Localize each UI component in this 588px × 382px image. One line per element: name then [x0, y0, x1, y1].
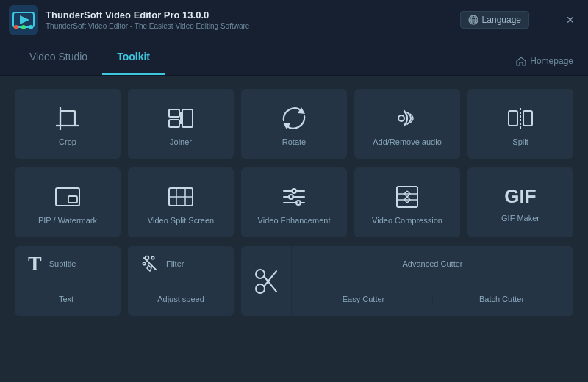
compression-tool[interactable]: Video Compression: [354, 167, 460, 237]
scissors-icon-area: [241, 246, 292, 316]
scissors-icon: [254, 267, 278, 296]
title-bar: ThunderSoft Video Editor Pro 13.0.0 Thun…: [0, 0, 588, 40]
gif-maker-tool[interactable]: GIF GIF Maker: [467, 167, 573, 237]
svg-point-3: [14, 25, 18, 29]
svg-point-34: [292, 189, 296, 193]
crop-icon: [54, 105, 81, 131]
magic-icon: [141, 255, 159, 273]
split-label: Split: [512, 137, 528, 146]
svg-point-44: [146, 256, 149, 259]
audio-icon: [394, 105, 420, 131]
pip-icon: [54, 184, 81, 210]
rotate-icon: [281, 105, 307, 131]
svg-point-48: [256, 270, 265, 278]
title-bar-text: ThunderSoft Video Editor Pro 13.0.0 Thun…: [46, 10, 460, 30]
svg-point-46: [143, 262, 146, 265]
svg-point-22: [398, 115, 404, 121]
gif-icon: GIF: [504, 185, 536, 208]
svg-point-5: [29, 25, 33, 29]
enhancement-label: Video Enhancement: [258, 216, 331, 225]
homepage-button[interactable]: Homepage: [516, 56, 573, 75]
svg-point-40: [296, 201, 301, 205]
joiner-tool[interactable]: Joiner: [128, 89, 234, 159]
language-label: Language: [482, 15, 521, 25]
svg-point-4: [21, 25, 26, 29]
adjust-speed-label: Adjust speed: [157, 295, 204, 303]
cutter-tools[interactable]: Advanced Cutter Easy Cutter Batch Cutter: [241, 246, 573, 316]
pip-label: PIP / Watermark: [38, 216, 97, 225]
app-logo: [9, 5, 38, 35]
minimize-button[interactable]: —: [537, 11, 554, 29]
svg-rect-14: [169, 109, 179, 117]
tool-row-1: Crop Joiner: [15, 89, 573, 159]
main-content: Crop Joiner: [0, 76, 588, 329]
home-icon: [516, 56, 526, 66]
compression-icon: [394, 184, 420, 210]
joiner-icon: [168, 105, 194, 131]
easy-batch-row: Easy Cutter Batch Cutter: [292, 281, 573, 316]
svg-rect-15: [169, 120, 179, 127]
window-controls: Language — ✕: [460, 11, 579, 29]
split-tool[interactable]: Split: [467, 89, 573, 159]
compression-label: Video Compression: [372, 216, 442, 225]
filter-adjust-tool[interactable]: Filter Adjust speed: [128, 246, 234, 316]
cutter-labels: Advanced Cutter Easy Cutter Batch Cutter: [292, 246, 573, 316]
homepage-label: Homepage: [530, 56, 573, 66]
batch-cutter-label: Batch Cutter: [433, 295, 570, 303]
enhancement-icon: [281, 184, 307, 210]
app-subtitle: ThunderSoft Video Editor - The Easiest V…: [46, 22, 460, 30]
split-icon: [507, 105, 534, 131]
text-label: Text: [59, 295, 74, 303]
svg-rect-11: [60, 111, 75, 126]
gif-label: GIF Maker: [501, 214, 539, 223]
advanced-cutter-label: Advanced Cutter: [292, 246, 573, 281]
app-name: ThunderSoft Video Editor Pro 13.0.0: [46, 10, 460, 21]
split-screen-tool[interactable]: Video Split Screen: [128, 167, 234, 237]
crop-tool[interactable]: Crop: [15, 89, 121, 159]
svg-rect-23: [509, 111, 517, 126]
pip-watermark-tool[interactable]: PIP / Watermark: [15, 167, 121, 237]
tool-row-3: T Subtitle Text Filter Adjust speed: [15, 246, 573, 316]
tab-video-studio[interactable]: Video Studio: [15, 40, 102, 75]
filter-label: Filter: [166, 259, 184, 268]
split-screen-label: Video Split Screen: [148, 216, 214, 225]
subtitle-label: Subtitle: [49, 259, 76, 268]
tab-toolkit[interactable]: Toolkit: [102, 40, 165, 75]
svg-rect-24: [523, 111, 532, 126]
svg-rect-27: [68, 196, 77, 203]
svg-point-47: [256, 284, 265, 293]
svg-point-45: [151, 256, 154, 259]
svg-point-37: [289, 195, 293, 199]
audio-tool[interactable]: Add/Remove audio: [354, 89, 460, 159]
nav-tabs: Video Studio Toolkit: [15, 40, 165, 75]
easy-cutter-label: Easy Cutter: [295, 295, 433, 303]
text-icon: T: [28, 252, 42, 275]
tool-row-2: PIP / Watermark Video Split Screen: [15, 167, 573, 237]
svg-rect-16: [182, 109, 193, 127]
enhancement-tool[interactable]: Video Enhancement: [241, 167, 347, 237]
joiner-label: Joiner: [170, 137, 192, 146]
audio-label: Add/Remove audio: [373, 137, 442, 146]
crop-label: Crop: [59, 137, 76, 146]
text-subtitle-tool[interactable]: T Subtitle Text: [15, 246, 121, 316]
nav-bar: Video Studio Toolkit Homepage: [0, 40, 588, 76]
rotate-label: Rotate: [282, 137, 306, 146]
rotate-tool[interactable]: Rotate: [241, 89, 347, 159]
language-button[interactable]: Language: [460, 11, 529, 29]
globe-icon: [468, 15, 478, 25]
split-screen-icon: [168, 184, 194, 210]
close-button[interactable]: ✕: [562, 11, 579, 29]
